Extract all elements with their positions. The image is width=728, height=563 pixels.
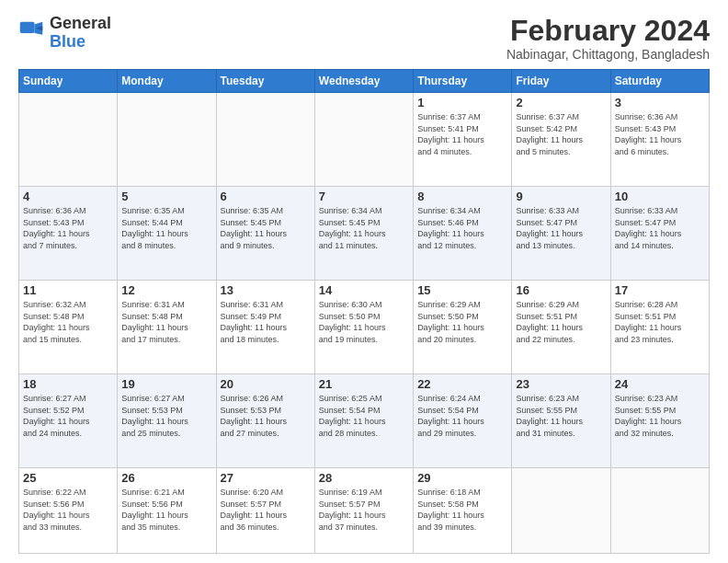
calendar-cell: 18Sunrise: 6:27 AM Sunset: 5:52 PM Dayli… [19,374,118,468]
calendar-table: SundayMondayTuesdayWednesdayThursdayFrid… [18,69,710,554]
weekday-header-thursday: Thursday [414,70,512,93]
day-number: 22 [417,377,507,391]
calendar-cell [512,468,610,554]
calendar-cell: 24Sunrise: 6:23 AM Sunset: 5:55 PM Dayli… [610,374,709,468]
calendar-cell: 6Sunrise: 6:35 AM Sunset: 5:45 PM Daylig… [216,187,314,281]
day-info: Sunrise: 6:28 AM Sunset: 5:51 PM Dayligh… [615,299,705,345]
day-info: Sunrise: 6:33 AM Sunset: 5:47 PM Dayligh… [615,205,705,251]
day-info: Sunrise: 6:37 AM Sunset: 5:41 PM Dayligh… [417,111,507,157]
calendar-week-row: 18Sunrise: 6:27 AM Sunset: 5:52 PM Dayli… [19,374,710,468]
day-number: 24 [615,377,705,391]
calendar-cell: 13Sunrise: 6:31 AM Sunset: 5:49 PM Dayli… [216,281,314,374]
day-number: 14 [319,283,409,297]
logo-general-text: General [50,15,111,33]
day-info: Sunrise: 6:27 AM Sunset: 5:52 PM Dayligh… [23,393,113,439]
svg-rect-0 [20,22,35,33]
calendar-cell [314,93,413,187]
calendar-page: General Blue February 2024 Nabinagar, Ch… [0,0,728,563]
calendar-cell: 22Sunrise: 6:24 AM Sunset: 5:54 PM Dayli… [414,374,512,468]
calendar-body: 1Sunrise: 6:37 AM Sunset: 5:41 PM Daylig… [19,93,710,554]
day-info: Sunrise: 6:35 AM Sunset: 5:45 PM Dayligh… [221,205,311,251]
day-number: 2 [516,96,606,109]
day-info: Sunrise: 6:35 AM Sunset: 5:44 PM Dayligh… [121,205,211,251]
calendar-cell: 14Sunrise: 6:30 AM Sunset: 5:50 PM Dayli… [314,281,413,374]
day-number: 21 [319,377,409,391]
calendar-cell: 10Sunrise: 6:33 AM Sunset: 5:47 PM Dayli… [610,187,709,281]
calendar-cell: 26Sunrise: 6:21 AM Sunset: 5:56 PM Dayli… [118,468,216,554]
day-info: Sunrise: 6:34 AM Sunset: 5:45 PM Dayligh… [319,205,409,251]
day-info: Sunrise: 6:31 AM Sunset: 5:49 PM Dayligh… [221,299,311,345]
day-info: Sunrise: 6:20 AM Sunset: 5:57 PM Dayligh… [221,487,311,533]
calendar-cell: 9Sunrise: 6:33 AM Sunset: 5:47 PM Daylig… [512,187,610,281]
day-number: 27 [221,471,311,485]
day-number: 7 [319,190,409,203]
day-number: 10 [615,190,705,203]
month-title: February 2024 [506,15,710,47]
day-number: 29 [417,471,507,485]
calendar-cell [19,93,118,187]
calendar-cell [610,468,709,554]
calendar-week-row: 1Sunrise: 6:37 AM Sunset: 5:41 PM Daylig… [19,93,710,187]
calendar-cell: 19Sunrise: 6:27 AM Sunset: 5:53 PM Dayli… [118,374,216,468]
day-info: Sunrise: 6:36 AM Sunset: 5:43 PM Dayligh… [615,111,705,157]
calendar-cell: 11Sunrise: 6:32 AM Sunset: 5:48 PM Dayli… [19,281,118,374]
day-number: 6 [221,190,311,203]
calendar-cell [216,93,314,187]
calendar-cell: 28Sunrise: 6:19 AM Sunset: 5:57 PM Dayli… [314,468,413,554]
day-number: 25 [23,471,113,485]
calendar-cell: 8Sunrise: 6:34 AM Sunset: 5:46 PM Daylig… [414,187,512,281]
location: Nabinagar, Chittagong, Bangladesh [506,47,710,62]
logo: General Blue [18,15,111,52]
day-number: 20 [221,377,311,391]
weekday-header-tuesday: Tuesday [216,70,314,93]
day-info: Sunrise: 6:34 AM Sunset: 5:46 PM Dayligh… [417,205,507,251]
header: General Blue February 2024 Nabinagar, Ch… [18,15,710,62]
day-number: 13 [221,283,311,297]
day-number: 26 [121,471,211,485]
calendar-week-row: 11Sunrise: 6:32 AM Sunset: 5:48 PM Dayli… [19,281,710,374]
logo-icon [18,20,44,46]
weekday-header-wednesday: Wednesday [314,70,413,93]
day-number: 23 [516,377,606,391]
day-info: Sunrise: 6:21 AM Sunset: 5:56 PM Dayligh… [121,487,211,533]
logo-text: General Blue [50,15,111,52]
day-info: Sunrise: 6:27 AM Sunset: 5:53 PM Dayligh… [121,393,211,439]
day-info: Sunrise: 6:18 AM Sunset: 5:58 PM Dayligh… [417,487,507,533]
calendar-cell: 21Sunrise: 6:25 AM Sunset: 5:54 PM Dayli… [314,374,413,468]
day-number: 3 [615,96,705,109]
day-number: 17 [615,283,705,297]
day-number: 16 [516,283,606,297]
day-info: Sunrise: 6:26 AM Sunset: 5:53 PM Dayligh… [221,393,311,439]
day-number: 28 [319,471,409,485]
day-info: Sunrise: 6:29 AM Sunset: 5:50 PM Dayligh… [417,299,507,345]
day-info: Sunrise: 6:32 AM Sunset: 5:48 PM Dayligh… [23,299,113,345]
weekday-header-friday: Friday [512,70,610,93]
day-info: Sunrise: 6:33 AM Sunset: 5:47 PM Dayligh… [516,205,606,251]
calendar-cell: 4Sunrise: 6:36 AM Sunset: 5:43 PM Daylig… [19,187,118,281]
calendar-cell: 12Sunrise: 6:31 AM Sunset: 5:48 PM Dayli… [118,281,216,374]
day-info: Sunrise: 6:19 AM Sunset: 5:57 PM Dayligh… [319,487,409,533]
day-info: Sunrise: 6:23 AM Sunset: 5:55 PM Dayligh… [615,393,705,439]
calendar-cell: 25Sunrise: 6:22 AM Sunset: 5:56 PM Dayli… [19,468,118,554]
day-info: Sunrise: 6:30 AM Sunset: 5:50 PM Dayligh… [319,299,409,345]
calendar-cell: 3Sunrise: 6:36 AM Sunset: 5:43 PM Daylig… [610,93,709,187]
calendar-cell: 16Sunrise: 6:29 AM Sunset: 5:51 PM Dayli… [512,281,610,374]
title-block: February 2024 Nabinagar, Chittagong, Ban… [506,15,710,62]
day-info: Sunrise: 6:37 AM Sunset: 5:42 PM Dayligh… [516,111,606,157]
logo-blue-text: Blue [50,33,111,52]
calendar-cell: 23Sunrise: 6:23 AM Sunset: 5:55 PM Dayli… [512,374,610,468]
day-info: Sunrise: 6:31 AM Sunset: 5:48 PM Dayligh… [121,299,211,345]
calendar-week-row: 25Sunrise: 6:22 AM Sunset: 5:56 PM Dayli… [19,468,710,554]
day-info: Sunrise: 6:23 AM Sunset: 5:55 PM Dayligh… [516,393,606,439]
day-number: 19 [121,377,211,391]
calendar-cell: 20Sunrise: 6:26 AM Sunset: 5:53 PM Dayli… [216,374,314,468]
calendar-cell: 1Sunrise: 6:37 AM Sunset: 5:41 PM Daylig… [414,93,512,187]
day-number: 18 [23,377,113,391]
calendar-week-row: 4Sunrise: 6:36 AM Sunset: 5:43 PM Daylig… [19,187,710,281]
day-info: Sunrise: 6:22 AM Sunset: 5:56 PM Dayligh… [23,487,113,533]
day-number: 9 [516,190,606,203]
day-number: 1 [417,96,507,109]
day-info: Sunrise: 6:36 AM Sunset: 5:43 PM Dayligh… [23,205,113,251]
day-info: Sunrise: 6:29 AM Sunset: 5:51 PM Dayligh… [516,299,606,345]
calendar-cell: 2Sunrise: 6:37 AM Sunset: 5:42 PM Daylig… [512,93,610,187]
